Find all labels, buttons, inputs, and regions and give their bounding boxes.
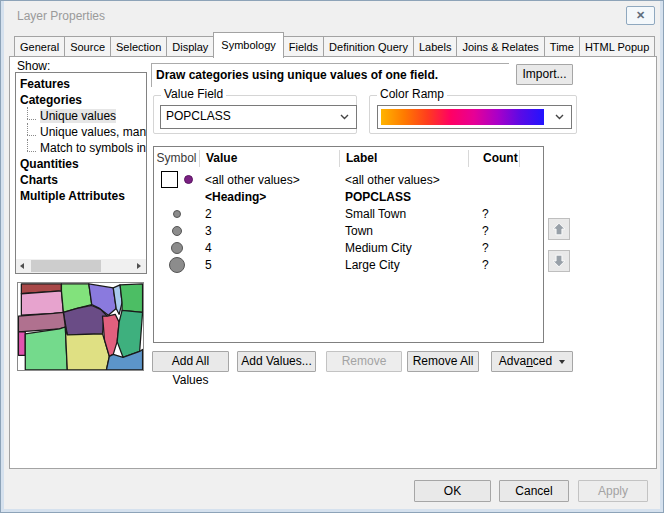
layer-properties-dialog: Layer Properties ✕ GeneralSourceSelectio… <box>0 0 664 513</box>
chevron-down-icon <box>555 114 564 120</box>
map-preview <box>17 282 144 371</box>
value-field-group-label: Value Field <box>161 87 226 101</box>
all-other-values-checkbox[interactable] <box>161 171 178 188</box>
all-other-values-symbol[interactable] <box>184 175 193 184</box>
table-row[interactable]: 2 Small Town ? <box>154 205 543 222</box>
up-arrow-icon <box>551 221 567 237</box>
color-ramp-group-label: Color Ramp <box>377 87 447 101</box>
tree-item-quantities[interactable]: Quantities <box>16 156 146 172</box>
tab-source[interactable]: Source <box>64 36 111 58</box>
tree-branch-icon <box>27 127 38 139</box>
scrollbar-thumb[interactable] <box>31 260 101 272</box>
tree-item-unique-values-many[interactable]: Unique values, many <box>16 124 146 140</box>
value-field-group: Value Field POPCLASS <box>153 95 357 134</box>
tab-labels[interactable]: Labels <box>413 36 457 58</box>
categories-list: Symbol Value Label Count <all other valu… <box>153 146 544 343</box>
apply-button[interactable]: Apply <box>578 480 648 502</box>
map-preview-image <box>18 283 143 370</box>
header-label: Label <box>340 150 469 167</box>
ok-button[interactable]: OK <box>414 480 491 502</box>
graduated-symbol[interactable] <box>172 226 182 236</box>
table-row[interactable]: 5 Large City ? <box>154 256 543 273</box>
tree-item-match-symbols[interactable]: Match to symbols in a <box>16 140 146 156</box>
graduated-symbol[interactable] <box>173 210 181 218</box>
header-count: Count <box>469 150 520 167</box>
add-values-button[interactable]: Add Values... <box>237 351 316 372</box>
scroll-left-icon[interactable] <box>16 259 30 273</box>
tab-joins-relates[interactable]: Joins & Relates <box>456 36 544 58</box>
color-ramp-group: Color Ramp <box>369 95 577 134</box>
dropdown-caret-icon <box>559 360 565 364</box>
tab-time[interactable]: Time <box>544 36 580 58</box>
scroll-right-icon[interactable] <box>132 259 146 273</box>
move-up-button[interactable] <box>548 218 570 240</box>
window-title: Layer Properties <box>17 9 105 23</box>
tree-item-features[interactable]: Features <box>16 76 146 92</box>
tab-html-popup[interactable]: HTML Popup <box>579 36 655 58</box>
tab-display[interactable]: Display <box>166 36 214 58</box>
value-field-dropdown[interactable]: POPCLASS <box>160 105 357 129</box>
method-description: Draw categories using unique values of o… <box>151 63 509 87</box>
tree-horizontal-scrollbar[interactable] <box>16 259 146 273</box>
advanced-button[interactable]: Advanced <box>491 351 573 372</box>
cancel-button[interactable]: Cancel <box>499 480 569 502</box>
close-icon[interactable]: ✕ <box>626 6 655 25</box>
tab-strip: GeneralSourceSelectionDisplaySymbologyFi… <box>14 35 654 57</box>
tree-item-categories[interactable]: Categories <box>16 92 146 108</box>
value-field-selected: POPCLASS <box>166 109 231 123</box>
list-header: Symbol Value Label Count <box>154 148 543 169</box>
tree-branch-icon <box>27 143 38 155</box>
down-arrow-icon <box>551 253 567 269</box>
table-row[interactable]: 4 Medium City ? <box>154 239 543 256</box>
title-bar[interactable]: Layer Properties ✕ <box>1 1 663 31</box>
header-value: Value <box>200 150 340 167</box>
add-all-values-button[interactable]: Add All Values <box>152 351 229 372</box>
remove-button[interactable]: Remove <box>326 351 402 372</box>
tab-fields[interactable]: Fields <box>283 36 324 58</box>
tree-item-unique-values[interactable]: Unique values <box>16 108 146 124</box>
remove-all-button[interactable]: Remove All <box>407 351 479 372</box>
table-row[interactable]: <Heading> POPCLASS <box>154 188 543 205</box>
tree-branch-icon <box>27 111 38 123</box>
color-ramp-gradient <box>381 109 544 125</box>
move-down-button[interactable] <box>548 250 570 272</box>
show-label: Show: <box>17 59 50 73</box>
table-row[interactable]: 3 Town ? <box>154 222 543 239</box>
tab-symbology[interactable]: Symbology <box>213 32 283 58</box>
tab-definition-query[interactable]: Definition Query <box>323 36 414 58</box>
show-tree: Features Categories Unique values Unique… <box>15 72 147 274</box>
graduated-symbol[interactable] <box>169 257 185 273</box>
tab-selection[interactable]: Selection <box>110 36 167 58</box>
chevron-down-icon <box>340 114 349 120</box>
graduated-symbol[interactable] <box>171 242 183 254</box>
header-symbol: Symbol <box>154 150 200 167</box>
import-button[interactable]: Import... <box>516 64 573 85</box>
tree-item-charts[interactable]: Charts <box>16 172 146 188</box>
tab-general[interactable]: General <box>14 36 65 58</box>
table-row[interactable]: <all other values> <all other values> <box>154 171 543 188</box>
tree-item-multiple-attributes[interactable]: Multiple Attributes <box>16 188 146 204</box>
color-ramp-dropdown[interactable] <box>377 105 572 129</box>
